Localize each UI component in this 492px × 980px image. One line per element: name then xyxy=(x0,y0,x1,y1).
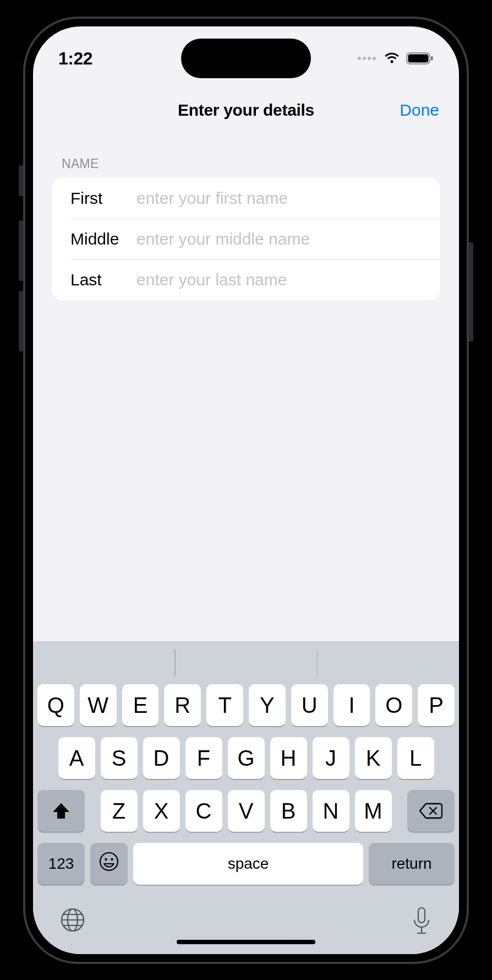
key-g[interactable]: G xyxy=(228,737,265,779)
key-v[interactable]: V xyxy=(228,790,265,832)
mic-icon xyxy=(411,907,433,935)
svg-rect-2 xyxy=(431,56,433,61)
home-indicator[interactable] xyxy=(177,940,315,944)
key-h[interactable]: H xyxy=(270,737,307,779)
key-s[interactable]: S xyxy=(101,737,138,779)
screen: 1:22 Enter your details Done Name First xyxy=(33,26,459,954)
first-name-label: First xyxy=(70,189,136,208)
last-name-label: Last xyxy=(70,270,136,289)
cellular-dots-icon xyxy=(358,57,376,60)
status-time: 1:22 xyxy=(58,48,92,69)
key-z[interactable]: Z xyxy=(101,790,138,832)
shift-key[interactable] xyxy=(37,790,85,832)
svg-point-3 xyxy=(100,853,118,870)
last-name-input[interactable] xyxy=(136,259,422,300)
keyboard-suggestion-bar xyxy=(33,641,459,684)
dynamic-island xyxy=(181,39,311,78)
space-key[interactable]: space xyxy=(133,843,363,885)
svg-point-5 xyxy=(111,858,113,860)
on-screen-keyboard: QWERTYUIOP ASDFGHJKL ZXCVBNM 123 xyxy=(33,641,459,954)
key-c[interactable]: C xyxy=(185,790,222,832)
first-name-row: First xyxy=(52,178,440,219)
key-b[interactable]: B xyxy=(270,790,307,832)
page-title: Enter your details xyxy=(178,101,314,120)
globe-icon xyxy=(59,907,86,933)
suggestion-slot[interactable] xyxy=(33,649,174,676)
emoji-icon xyxy=(99,852,119,876)
middle-name-input[interactable] xyxy=(136,219,422,259)
status-indicators xyxy=(358,52,434,65)
emoji-key[interactable] xyxy=(90,843,128,885)
key-p[interactable]: P xyxy=(418,684,455,726)
suggestion-slot[interactable] xyxy=(176,649,317,676)
key-d[interactable]: D xyxy=(143,737,180,779)
key-n[interactable]: N xyxy=(313,790,349,832)
dictation-key[interactable] xyxy=(411,907,433,938)
key-m[interactable]: M xyxy=(355,790,392,832)
numbers-key[interactable]: 123 xyxy=(37,843,85,885)
last-name-row: Last xyxy=(52,259,440,300)
key-a[interactable]: A xyxy=(58,737,95,779)
key-r[interactable]: R xyxy=(164,684,201,726)
phone-frame: 1:22 Enter your details Done Name First xyxy=(23,17,469,964)
battery-icon xyxy=(406,52,434,65)
key-q[interactable]: Q xyxy=(37,684,74,726)
first-name-input[interactable] xyxy=(136,178,422,219)
suggestion-slot[interactable] xyxy=(318,649,459,676)
backspace-icon xyxy=(419,803,442,819)
middle-name-row: Middle xyxy=(52,219,440,259)
return-key[interactable]: return xyxy=(369,843,455,885)
globe-key[interactable] xyxy=(59,907,86,938)
svg-rect-1 xyxy=(408,55,429,63)
key-x[interactable]: X xyxy=(143,790,180,832)
key-l[interactable]: L xyxy=(397,737,434,779)
key-w[interactable]: W xyxy=(80,684,117,726)
key-y[interactable]: Y xyxy=(249,684,286,726)
shift-icon xyxy=(52,802,70,820)
key-i[interactable]: I xyxy=(334,684,370,726)
key-u[interactable]: U xyxy=(291,684,328,726)
svg-rect-9 xyxy=(418,908,425,923)
name-form-card: First Middle Last xyxy=(52,178,440,300)
key-t[interactable]: T xyxy=(206,684,243,726)
key-f[interactable]: F xyxy=(185,737,222,779)
key-e[interactable]: E xyxy=(122,684,159,726)
key-j[interactable]: J xyxy=(313,737,349,779)
nav-bar: Enter your details Done xyxy=(33,95,459,126)
svg-point-4 xyxy=(105,858,107,860)
key-k[interactable]: K xyxy=(355,737,392,779)
section-header-name: Name xyxy=(52,142,440,178)
key-o[interactable]: O xyxy=(375,684,412,726)
done-button[interactable]: Done xyxy=(400,101,439,120)
wifi-icon xyxy=(383,52,401,65)
backspace-key[interactable] xyxy=(407,790,455,832)
middle-name-label: Middle xyxy=(70,230,136,248)
